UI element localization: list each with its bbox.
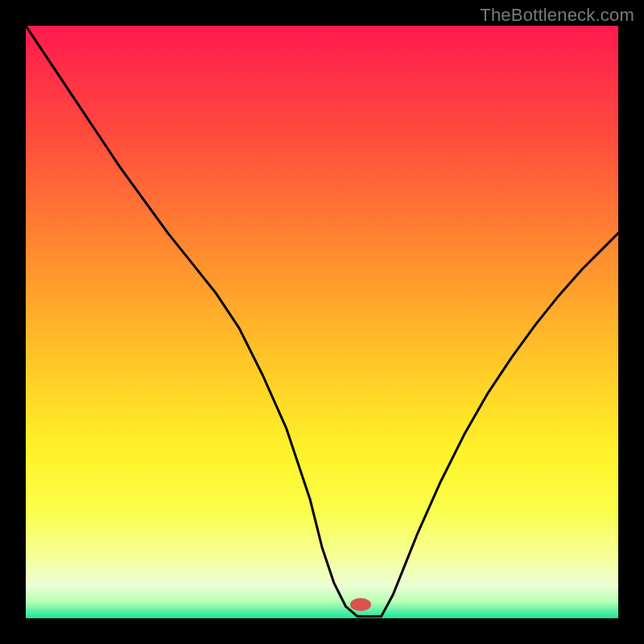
plot-area	[26, 26, 618, 618]
watermark-text: TheBottleneck.com	[480, 5, 634, 26]
chart-frame: TheBottleneck.com	[0, 0, 644, 644]
optimal-marker	[350, 598, 371, 611]
bottleneck-curve	[26, 26, 618, 618]
